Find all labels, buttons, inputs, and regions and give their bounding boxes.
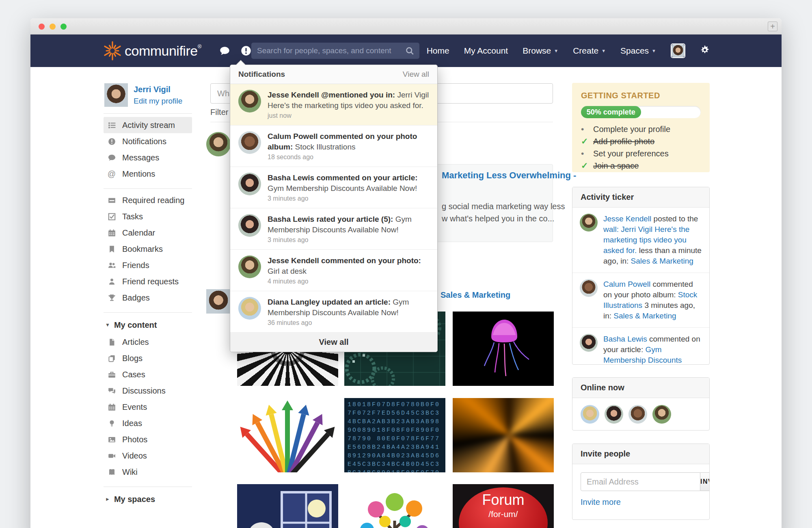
notification-item[interactable]: Jesse Kendell @mentioned you in: Jerri V…: [230, 84, 437, 126]
sidebar-item-mentions[interactable]: @ Mentions: [104, 166, 192, 182]
article-excerpt: g social media marketing way less w what…: [442, 200, 565, 225]
calendar-icon: [107, 403, 117, 411]
post-author-avatar[interactable]: [206, 132, 231, 156]
avatar[interactable]: [580, 279, 598, 297]
user-link[interactable]: Basha Lewis: [603, 335, 647, 343]
online-user-avatar[interactable]: [628, 405, 647, 424]
sidebar-item-label: Calendar: [122, 228, 155, 238]
email-field[interactable]: [581, 472, 700, 491]
edit-profile-link[interactable]: Edit my profile: [134, 97, 182, 106]
sidebar-item-notifications[interactable]: Notifications: [104, 133, 192, 149]
desktop: + communifire®: [0, 0, 812, 528]
photo-thumbnail-orange-fractal-spiral[interactable]: [453, 398, 554, 472]
online-user-avatar[interactable]: [581, 405, 599, 424]
photo-thumbnail-people-tree-infographic[interactable]: [344, 484, 445, 528]
notification-item[interactable]: Diana Langley updated an article: Gym Me…: [230, 291, 437, 333]
sidebar-item-wiki[interactable]: Wiki: [104, 464, 192, 480]
view-all-link-top[interactable]: View all: [403, 70, 429, 79]
communifire-logo[interactable]: communifire®: [104, 35, 201, 67]
notification-item[interactable]: Basha Lewis rated your article (5): Gym …: [230, 208, 437, 250]
avatar[interactable]: [580, 334, 598, 352]
timestamp: 3 minutes ago: [268, 236, 429, 244]
article-title-link[interactable]: Marketing Less Overwhelming -: [442, 170, 576, 181]
sidebar-item-bookmarks[interactable]: Bookmarks: [104, 241, 192, 257]
sidebar-item-discussions[interactable]: Discussions: [104, 383, 192, 399]
task-complete-your-profile[interactable]: • Complete your profile: [581, 123, 701, 135]
zoom-window-button[interactable]: [60, 24, 67, 30]
invite-more-link[interactable]: Invite more: [581, 498, 701, 507]
notifications-bell-icon[interactable]: [241, 45, 251, 56]
nav-spaces[interactable]: Spaces▼: [620, 46, 656, 56]
sidebar-item-badges[interactable]: Badges: [104, 290, 192, 306]
nav-create[interactable]: Create▼: [573, 46, 606, 56]
user-link[interactable]: Jesse Kendell: [603, 214, 651, 223]
post-author-avatar[interactable]: [206, 289, 231, 314]
sidebar-item-ideas[interactable]: Ideas: [104, 415, 192, 431]
task-join-a-space[interactable]: ✓ Join a space: [581, 160, 701, 172]
sidebar-item-friend-requests[interactable]: Friend requests: [104, 273, 192, 290]
online-user-avatar[interactable]: [605, 405, 623, 424]
sidebar-item-required-reading[interactable]: Required reading: [104, 192, 192, 208]
filter-toggle[interactable]: Filter: [210, 108, 228, 117]
ticker-item[interactable]: Jesse Kendell posted to the wall: Jerri …: [572, 208, 709, 273]
view-all-button[interactable]: View all: [230, 333, 437, 352]
minimize-window-button[interactable]: [50, 24, 56, 30]
sidebar-item-cases[interactable]: Cases: [104, 366, 192, 383]
space-link[interactable]: Sales & Marketing: [613, 312, 676, 320]
ticker-item[interactable]: Calum Powell commented on your photo alb…: [572, 273, 709, 328]
window-expand-button[interactable]: +: [768, 22, 777, 31]
lightbulb-icon: [107, 420, 117, 427]
activity-ticker-panel: Activity ticker Jesse Kendell posted to …: [572, 187, 710, 365]
photo-thumbnail-rainbow-arrows[interactable]: [237, 398, 338, 472]
photo-thumbnail-forum-definition[interactable]: Forum /for-um/ def: A physical or online…: [453, 484, 554, 528]
sidebar-item-photos[interactable]: Photos: [104, 431, 192, 448]
check-square-icon: [107, 213, 117, 221]
online-now-panel: Online now: [572, 377, 710, 431]
calendar-icon: [107, 229, 117, 237]
alert-circle-icon: [107, 138, 117, 145]
sidebar-item-articles[interactable]: Articles: [104, 334, 192, 350]
notification-item[interactable]: Jesse Kendell commented on your photo: G…: [230, 250, 437, 291]
window-titlebar[interactable]: +: [30, 18, 782, 35]
profile-name-link[interactable]: Jerri Vigil: [134, 85, 182, 94]
user-link[interactable]: Calum Powell: [603, 280, 650, 288]
search-input[interactable]: [257, 46, 406, 55]
task-add-profile-photo[interactable]: ✓ Add profile photo: [581, 135, 701, 147]
progress-fill: 50% complete: [581, 106, 641, 118]
sidebar-item-blogs[interactable]: Blogs: [104, 350, 192, 366]
online-user-avatar[interactable]: [652, 405, 671, 424]
task-set-your-preferences[interactable]: • Set your preferences: [581, 147, 701, 160]
sidebar-section-my-content[interactable]: ▼ My content: [104, 316, 192, 334]
sidebar-item-activity-stream[interactable]: Activity stream: [104, 117, 192, 133]
sidebar-item-friends[interactable]: Friends: [104, 257, 192, 273]
book-icon: [107, 468, 117, 476]
sidebar-item-messages[interactable]: Messages: [104, 149, 192, 166]
settings-gear-icon[interactable]: [700, 45, 710, 56]
sidebar-section-my-spaces[interactable]: ► My spaces: [104, 490, 192, 508]
avatar: [238, 297, 261, 320]
nav-browse[interactable]: Browse▼: [523, 46, 558, 56]
sidebar-item-events[interactable]: Events: [104, 399, 192, 415]
sidebar-item-videos[interactable]: Videos: [104, 448, 192, 464]
messages-icon[interactable]: [219, 46, 230, 56]
avatar[interactable]: [580, 214, 598, 232]
sidebar-item-tasks[interactable]: Tasks: [104, 208, 192, 225]
nav-my-account[interactable]: My Account: [464, 46, 508, 56]
nav-home[interactable]: Home: [427, 46, 449, 56]
space-link[interactable]: Sales & Marketing: [631, 257, 693, 265]
photo-thumbnail-jellyfish[interactable]: [453, 312, 554, 386]
user-avatar[interactable]: [671, 43, 685, 58]
space-link-sales-marketing[interactable]: Sales & Marketing: [441, 290, 510, 300]
close-window-button[interactable]: [39, 24, 45, 30]
avatar: [238, 214, 261, 237]
photo-thumbnail-night-cartoon[interactable]: [237, 484, 338, 528]
notification-item[interactable]: Basha Lewis commented on your article: G…: [230, 167, 437, 208]
photo-thumbnail-digital-hex-code[interactable]: 18018F07D8F0780B0F07F072F7ED56D45C3BC34B…: [344, 398, 445, 472]
invite-button[interactable]: INVITE: [700, 472, 710, 491]
search-icon[interactable]: [406, 47, 414, 55]
sidebar-item-calendar[interactable]: Calendar: [104, 225, 192, 241]
inbox-icon: [107, 197, 117, 204]
notification-item[interactable]: Calum Powell commented on your photo alb…: [230, 126, 437, 167]
profile-avatar[interactable]: [104, 83, 128, 107]
ticker-item[interactable]: Basha Lewis commented on your article: G…: [572, 328, 709, 365]
